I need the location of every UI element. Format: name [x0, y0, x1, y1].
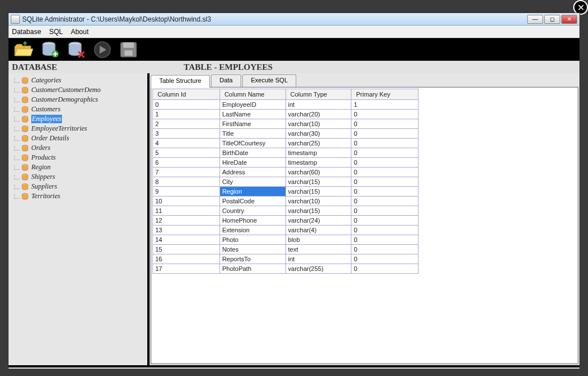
cell-pk[interactable]: 0 [351, 206, 419, 216]
tree-item-employees[interactable]: Employees [10, 114, 146, 124]
cell-name[interactable]: Title [220, 129, 285, 139]
table-row[interactable]: 16ReportsToint0 [153, 254, 419, 264]
cell-type[interactable]: varchar(25) [285, 139, 351, 148]
cell-id[interactable]: 6 [153, 158, 220, 168]
cell-name[interactable]: PhotoPath [220, 264, 285, 274]
cell-type[interactable]: varchar(15) [285, 177, 351, 187]
tab-data[interactable]: Data [211, 74, 241, 87]
structure-grid[interactable]: Column Id Column Name Column Type Primar… [152, 89, 419, 274]
cell-name[interactable]: PostalCode [220, 197, 285, 206]
close-button[interactable]: ✕ [561, 15, 577, 24]
table-row[interactable]: 9Regionvarchar(15)0 [153, 187, 419, 197]
cell-id[interactable]: 8 [153, 177, 220, 187]
table-row[interactable]: 4TitleOfCourtesyvarchar(25)0 [153, 139, 419, 148]
cell-name[interactable]: EmployeeID [220, 100, 285, 110]
tree-item-orders[interactable]: Orders [10, 143, 146, 153]
cell-id[interactable]: 17 [153, 264, 220, 274]
cell-id[interactable]: 12 [153, 216, 220, 225]
table-row[interactable]: 10PostalCodevarchar(10)0 [153, 197, 419, 206]
cell-pk[interactable]: 0 [351, 168, 419, 177]
table-row[interactable]: 2FirstNamevarchar(10)0 [153, 119, 419, 129]
cell-pk[interactable]: 0 [351, 148, 419, 158]
run-icon[interactable] [90, 40, 114, 59]
cell-id[interactable]: 0 [153, 100, 220, 110]
table-row[interactable]: 0EmployeeIDint1 [153, 100, 419, 110]
cell-id[interactable]: 2 [153, 119, 220, 129]
cell-id[interactable]: 3 [153, 129, 220, 139]
minimize-button[interactable]: — [527, 15, 543, 24]
cell-type[interactable]: text [285, 245, 351, 254]
cell-type[interactable]: varchar(10) [285, 197, 351, 206]
open-folder-icon[interactable] [12, 40, 36, 59]
cell-pk[interactable]: 0 [351, 197, 419, 206]
cell-name[interactable]: FirstName [220, 119, 285, 129]
table-row[interactable]: 3Titlevarchar(30)0 [153, 129, 419, 139]
cell-id[interactable]: 10 [153, 197, 220, 206]
cell-type[interactable]: varchar(255) [285, 264, 351, 274]
cell-type[interactable]: int [285, 254, 351, 264]
table-row[interactable]: 8Cityvarchar(15)0 [153, 177, 419, 187]
cell-name[interactable]: Notes [220, 245, 285, 254]
cell-id[interactable]: 4 [153, 139, 220, 148]
col-header-type[interactable]: Column Type [285, 89, 351, 100]
cell-id[interactable]: 14 [153, 235, 220, 245]
table-row[interactable]: 6HireDatetimestamp0 [153, 158, 419, 168]
tree-item-customers[interactable]: Customers [10, 105, 146, 114]
tab-structure[interactable]: Table Structure [151, 75, 210, 87]
cell-pk[interactable]: 0 [351, 177, 419, 187]
cell-pk[interactable]: 0 [351, 245, 419, 254]
tree-item-order-details[interactable]: Order Details [10, 133, 146, 143]
table-row[interactable]: 15Notestext0 [153, 245, 419, 254]
cell-type[interactable]: varchar(30) [285, 129, 351, 139]
titlebar[interactable]: SQLite Administrator - C:\Users\Maykol\D… [9, 13, 579, 26]
cell-type[interactable]: timestamp [285, 158, 351, 168]
cell-pk[interactable]: 0 [351, 158, 419, 168]
table-row[interactable]: 5BirthDatetimestamp0 [153, 148, 419, 158]
cell-pk[interactable]: 1 [351, 100, 419, 110]
table-row[interactable]: 11Countryvarchar(15)0 [153, 206, 419, 216]
db-add-icon[interactable] [38, 40, 62, 59]
tree-item-categories[interactable]: Categories [10, 76, 146, 85]
cell-id[interactable]: 7 [153, 168, 220, 177]
cell-id[interactable]: 1 [153, 110, 220, 119]
cell-name[interactable]: Photo [220, 235, 285, 245]
cell-type[interactable]: varchar(20) [285, 110, 351, 119]
cell-type[interactable]: varchar(24) [285, 216, 351, 225]
tree-item-employeeterritories[interactable]: EmployeeTerritories [10, 124, 146, 133]
cell-pk[interactable]: 0 [351, 139, 419, 148]
tree-item-region[interactable]: Region [10, 162, 146, 172]
tree-item-shippers[interactable]: Shippers [10, 172, 146, 182]
cell-name[interactable]: ReportsTo [220, 254, 285, 264]
menu-about[interactable]: About [71, 28, 88, 36]
cell-id[interactable]: 15 [153, 245, 220, 254]
cell-pk[interactable]: 0 [351, 216, 419, 225]
tree-item-products[interactable]: Products [10, 153, 146, 162]
table-row[interactable]: 12HomePhonevarchar(24)0 [153, 216, 419, 225]
cell-pk[interactable]: 0 [351, 264, 419, 274]
cell-name[interactable]: Region [220, 187, 285, 197]
maximize-button[interactable]: ◻ [544, 15, 560, 24]
cell-name[interactable]: Extension [220, 225, 285, 235]
cell-pk[interactable]: 0 [351, 110, 419, 119]
table-row[interactable]: 1LastNamevarchar(20)0 [153, 110, 419, 119]
cell-pk[interactable]: 0 [351, 254, 419, 264]
table-row[interactable]: 17PhotoPathvarchar(255)0 [153, 264, 419, 274]
cell-id[interactable]: 9 [153, 187, 220, 197]
table-row[interactable]: 13Extensionvarchar(4)0 [153, 225, 419, 235]
cell-type[interactable]: blob [285, 235, 351, 245]
save-icon[interactable] [117, 40, 140, 59]
db-delete-icon[interactable] [64, 40, 88, 59]
cell-type[interactable]: varchar(15) [285, 187, 351, 197]
tree-item-suppliers[interactable]: Suppliers [10, 182, 146, 191]
cell-name[interactable]: BirthDate [220, 148, 285, 158]
cell-pk[interactable]: 0 [351, 129, 419, 139]
cell-type[interactable]: varchar(4) [285, 225, 351, 235]
menu-sql[interactable]: SQL [49, 28, 63, 36]
cell-name[interactable]: HomePhone [220, 216, 285, 225]
cell-id[interactable]: 16 [153, 254, 220, 264]
tree-item-customerdemographics[interactable]: CustomerDemographics [10, 95, 146, 105]
table-row[interactable]: 7Addressvarchar(60)0 [153, 168, 419, 177]
cell-name[interactable]: TitleOfCourtesy [220, 139, 285, 148]
cell-pk[interactable]: 0 [351, 235, 419, 245]
cell-name[interactable]: City [220, 177, 285, 187]
